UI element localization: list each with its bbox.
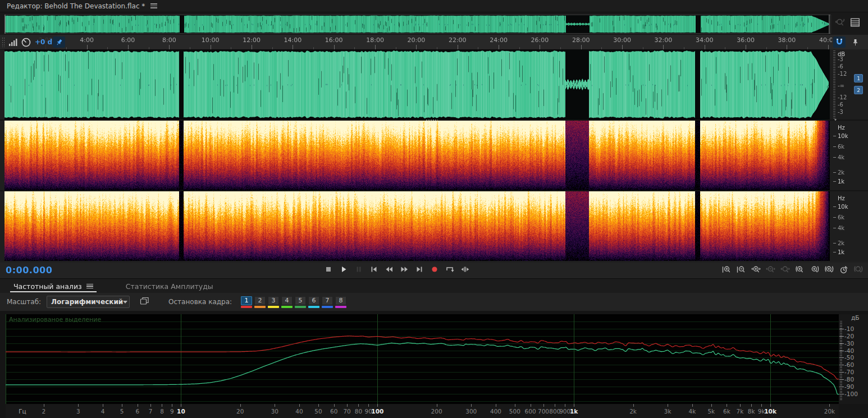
zoom-in-full-button[interactable] xyxy=(751,264,761,275)
zoom-out-point-button[interactable] xyxy=(809,264,820,275)
channel-badge-1[interactable]: 1 xyxy=(854,74,863,82)
hz-scale-tick xyxy=(833,252,836,252)
fast-forward-button[interactable] xyxy=(399,264,409,274)
hold-number[interactable]: 8 xyxy=(335,296,346,305)
zoom-toolbar xyxy=(721,264,864,275)
hz-axis-tick xyxy=(299,404,300,407)
copy-graph-icon[interactable] xyxy=(140,297,149,307)
hz-axis-label: 6k xyxy=(723,408,730,415)
hold-button-6[interactable]: 6 xyxy=(308,296,319,308)
skip-to-start-button[interactable] xyxy=(369,264,379,274)
hold-number[interactable]: 4 xyxy=(281,296,293,305)
hold-number[interactable]: 2 xyxy=(254,296,266,305)
hz-scale-tick xyxy=(833,228,836,228)
panel-menu-icon[interactable] xyxy=(86,283,93,290)
hz-axis-tick xyxy=(574,404,574,407)
db-tick-comb xyxy=(833,50,835,118)
hold-button-4[interactable]: 4 xyxy=(281,296,293,308)
hz-axis-label: 5 xyxy=(120,408,124,415)
hold-button-1[interactable]: 1 xyxy=(241,296,252,308)
overview-waveform[interactable] xyxy=(4,15,831,34)
hz-scale-tick xyxy=(833,172,836,173)
zoom-selection-button[interactable] xyxy=(824,264,834,275)
rewind-button[interactable] xyxy=(384,264,394,274)
zoom-out-button[interactable] xyxy=(736,264,747,275)
frequency-graph[interactable] xyxy=(6,314,839,404)
pin-playhead-button[interactable] xyxy=(53,36,65,48)
hz-axis-label: 50 xyxy=(314,408,322,415)
chevron-down-icon xyxy=(123,301,127,304)
skip-cursor-icon xyxy=(460,265,469,274)
ruler-tick xyxy=(252,45,252,49)
tab-amplitude-statistics[interactable]: Статистика Амплитуды xyxy=(118,279,221,293)
hold-number[interactable]: 6 xyxy=(308,296,319,305)
stop-button[interactable] xyxy=(323,264,334,274)
skip-to-end-button[interactable] xyxy=(414,264,424,274)
play-button[interactable] xyxy=(339,264,349,274)
hz-axis-tick xyxy=(240,404,241,407)
list-view-icon[interactable] xyxy=(850,17,860,30)
bottom-panel-tabs: Частотный анализ Статистика Амплитуды xyxy=(0,278,868,293)
volume-knob-icon[interactable] xyxy=(21,38,31,47)
zoom-in-button[interactable] xyxy=(721,264,732,275)
hold-number[interactable]: 3 xyxy=(268,296,279,305)
hz-axis-label: 30 xyxy=(271,408,278,415)
db-axis-tick xyxy=(839,379,844,380)
ruler-tick xyxy=(705,45,705,49)
spectrogram-channel-1[interactable] xyxy=(4,121,830,190)
db-scale-label: -∞ xyxy=(838,82,844,89)
timeline-ruler[interactable]: 2:004:006:008:0010:0012:0014:0016:0018:0… xyxy=(0,35,868,50)
hz-axis-tick xyxy=(138,404,138,407)
hz-scale-label: 4k xyxy=(838,154,844,160)
hold-button-5[interactable]: 5 xyxy=(295,296,306,308)
channel-badge-2[interactable]: 2 xyxy=(854,86,863,94)
playhead-time-display[interactable]: 0:00.000 xyxy=(6,265,52,275)
hz-axis-tick xyxy=(565,404,565,407)
hold-color-strip xyxy=(268,306,279,308)
snapping-toggle[interactable] xyxy=(833,36,846,48)
hz-axis-label: 600 xyxy=(525,408,536,415)
ruler-tick xyxy=(128,45,129,49)
hz-axis-tick xyxy=(692,404,693,407)
hold-number[interactable]: 1 xyxy=(241,296,252,305)
hold-button-7[interactable]: 7 xyxy=(322,296,333,308)
skip-cursor-button[interactable] xyxy=(460,264,470,274)
panel-menu-icon[interactable] xyxy=(150,2,157,10)
range-handle-left[interactable] xyxy=(4,15,6,34)
hold-number[interactable]: 5 xyxy=(295,296,306,305)
db-scale-label: -3 xyxy=(838,109,843,115)
zoom-reset-button[interactable] xyxy=(780,264,791,275)
play-icon xyxy=(339,265,348,274)
db-axis-label: -40 xyxy=(844,347,854,354)
hold-number[interactable]: 7 xyxy=(322,296,333,305)
hz-axis-label: 10 xyxy=(177,408,185,415)
waveform-display[interactable] xyxy=(4,49,830,120)
scale-select[interactable]: Логарифмический xyxy=(47,296,130,308)
range-handle-right[interactable] xyxy=(829,15,830,34)
ruler-tick xyxy=(581,45,582,49)
zoom-reset-icon[interactable] xyxy=(835,17,845,30)
hz-axis-tick xyxy=(275,404,275,407)
hz-axis-tick xyxy=(829,404,830,407)
pin-timeline-button[interactable] xyxy=(849,36,861,48)
levels-icon[interactable] xyxy=(8,38,17,46)
zoom-selected-button[interactable] xyxy=(853,264,864,275)
hold-button-2[interactable]: 2 xyxy=(254,296,266,308)
db-axis-comb xyxy=(840,321,842,401)
loop-playback-button[interactable] xyxy=(445,264,455,274)
tab-label: Частотный анализ xyxy=(13,282,82,291)
zoom-out-full-button[interactable] xyxy=(765,264,776,275)
hold-button-8[interactable]: 8 xyxy=(335,296,346,308)
hz-scale-label: 4k xyxy=(838,225,844,231)
tab-frequency-analysis[interactable]: Частотный анализ xyxy=(6,279,101,293)
pin-icon xyxy=(56,39,63,46)
zoom-in-point-button[interactable] xyxy=(794,264,805,275)
ruler-time-label: 18:00 xyxy=(366,36,384,44)
record-button[interactable] xyxy=(430,264,440,274)
hold-color-strip xyxy=(335,306,346,308)
spectrogram-channel-2[interactable] xyxy=(4,191,830,261)
panel-grip-icon[interactable] xyxy=(2,37,4,47)
hold-button-3[interactable]: 3 xyxy=(268,296,279,308)
pause-button[interactable] xyxy=(354,264,364,274)
refresh-timer-button[interactable] xyxy=(838,264,849,275)
